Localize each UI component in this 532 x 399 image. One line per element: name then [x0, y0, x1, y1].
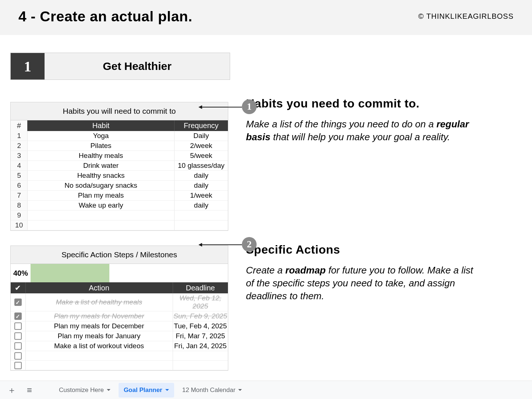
cell-checkbox[interactable]: [11, 341, 25, 351]
table-row: Make a list of healthy mealsWed, Feb 12,…: [11, 293, 228, 311]
cell-frequency: daily: [174, 201, 228, 211]
page-title: 4 - Create an actual plan.: [18, 8, 193, 25]
table-row: 2Pilates2/week: [11, 141, 228, 151]
cell-frequency: [174, 211, 228, 220]
cell-habit: [28, 220, 174, 230]
checkbox-icon[interactable]: [14, 313, 22, 320]
cell-deadline: [173, 361, 228, 370]
tab-label: Customize Here: [59, 386, 104, 394]
checkbox-icon[interactable]: [14, 362, 22, 369]
chevron-down-icon: [165, 389, 169, 391]
col-header-check: ✔: [11, 282, 25, 293]
cell-habit: Wake up early: [28, 201, 174, 211]
cell-action: Plan my meals for November: [25, 311, 173, 321]
chevron-down-icon: [107, 389, 110, 391]
checkbox-icon[interactable]: [14, 332, 22, 340]
cell-frequency: [174, 220, 228, 230]
table-row: 1YogaDaily: [11, 131, 228, 141]
cell-action: Plan my meals for January: [25, 331, 173, 341]
col-header-action: Action: [25, 282, 173, 293]
cell-frequency: 5/week: [174, 151, 228, 161]
cell-frequency: Daily: [174, 131, 228, 141]
cell-frequency: 2/week: [174, 141, 228, 151]
all-sheets-button[interactable]: ≡: [22, 383, 37, 398]
page-header: 4 - Create an actual plan. © THINKLIKEAG…: [0, 0, 532, 35]
table-row: 3Healthy meals5/week: [11, 151, 228, 161]
cell-deadline: Wed, Feb 12, 2025: [173, 293, 228, 311]
cell-checkbox[interactable]: [11, 311, 25, 321]
chevron-down-icon: [238, 389, 242, 391]
progress-bar: 40%: [11, 264, 228, 282]
table-row: 8Wake up earlydaily: [11, 201, 228, 211]
table-row: 4Drink water10 glasses/day: [11, 161, 228, 171]
table-row: [11, 351, 228, 361]
habits-caption: Habits you will need to commit to: [11, 102, 228, 120]
cell-checkbox[interactable]: [11, 293, 25, 311]
cell-frequency: daily: [174, 181, 228, 191]
cell-rownum: 2: [11, 141, 28, 151]
add-sheet-button[interactable]: ＋: [4, 383, 19, 398]
goal-title: Get Healthier: [45, 53, 230, 80]
annotation-badge-2: 2: [242, 237, 257, 252]
cell-habit: Yoga: [28, 131, 174, 141]
cell-frequency: 10 glasses/day: [174, 161, 228, 171]
annotation-badge-1: 1: [242, 99, 257, 114]
table-row: 10: [11, 220, 228, 230]
cell-checkbox[interactable]: [11, 351, 25, 361]
cell-rownum: 3: [11, 151, 28, 161]
habits-table: Habits you will need to commit to # Habi…: [10, 102, 228, 231]
cell-rownum: 10: [11, 220, 28, 230]
arrow-icon: [201, 107, 242, 107]
cell-habit: Pilates: [28, 141, 174, 151]
progress-fill: [31, 264, 109, 282]
cell-deadline: Fri, Jan 24, 2025: [173, 341, 228, 351]
cell-habit: No soda/sugary snacks: [28, 181, 174, 191]
cell-frequency: daily: [174, 171, 228, 181]
cell-action: Make a list of workout videos: [25, 341, 173, 351]
cell-deadline: [173, 351, 228, 361]
checkbox-icon[interactable]: [14, 299, 22, 306]
cell-habit: Healthy snacks: [28, 171, 174, 181]
checkbox-icon[interactable]: [14, 342, 22, 350]
tab-12-month-calendar[interactable]: 12 Month Calendar: [177, 383, 247, 398]
table-row: 9: [11, 211, 228, 220]
table-row: Make a list of workout videosFri, Jan 24…: [11, 341, 228, 351]
cell-checkbox[interactable]: [11, 361, 25, 370]
table-row: Plan my meals for DecemberTue, Feb 4, 20…: [11, 321, 228, 331]
cell-rownum: 8: [11, 201, 28, 211]
annotation-body-1: Make a list of the things you need to do…: [246, 118, 482, 144]
actions-caption: Specific Action Steps / Milestones: [11, 246, 228, 264]
col-header-frequency: Frequency: [174, 120, 228, 131]
cell-rownum: 5: [11, 171, 28, 181]
checkbox-icon[interactable]: [14, 352, 22, 360]
cell-action: [25, 351, 173, 361]
table-row: Plan my meals for NovemberSun, Feb 9, 20…: [11, 311, 228, 321]
col-header-deadline: Deadline: [173, 282, 228, 293]
cell-rownum: 1: [11, 131, 28, 141]
checkbox-icon[interactable]: [14, 322, 22, 330]
table-row: [11, 361, 228, 370]
annotation-body-2: Create a roadmap for future you to follo…: [246, 264, 482, 303]
cell-checkbox[interactable]: [11, 331, 25, 341]
cell-rownum: 6: [11, 181, 28, 191]
cell-checkbox[interactable]: [11, 321, 25, 331]
progress-value: 40%: [11, 269, 31, 278]
sheet-tab-bar: ＋ ≡ Customize Here Goal Planner 12 Month…: [0, 381, 532, 399]
cell-action: [25, 361, 173, 370]
tab-label: 12 Month Calendar: [182, 386, 236, 394]
tab-customize-here[interactable]: Customize Here: [54, 383, 116, 398]
goal-box: 1 Get Healthier: [10, 53, 230, 80]
cell-habit: [28, 211, 174, 220]
cell-habit: Healthy meals: [28, 151, 174, 161]
credit-text: © THINKLIKEAGIRLBOSS: [418, 12, 514, 21]
annotation-heading-1: Habits you need to commit to.: [246, 97, 522, 110]
col-header-num: #: [11, 120, 28, 131]
actions-table: Specific Action Steps / Milestones 40% ✔…: [10, 246, 228, 371]
arrow-icon: [201, 244, 242, 245]
cell-action: Make a list of healthy meals: [25, 293, 173, 311]
col-header-habit: Habit: [28, 120, 174, 131]
tab-goal-planner[interactable]: Goal Planner: [119, 383, 174, 398]
goal-number: 1: [11, 53, 45, 80]
annotation-heading-2: Specific Actions: [246, 243, 522, 257]
cell-habit: Plan my meals: [28, 191, 174, 201]
